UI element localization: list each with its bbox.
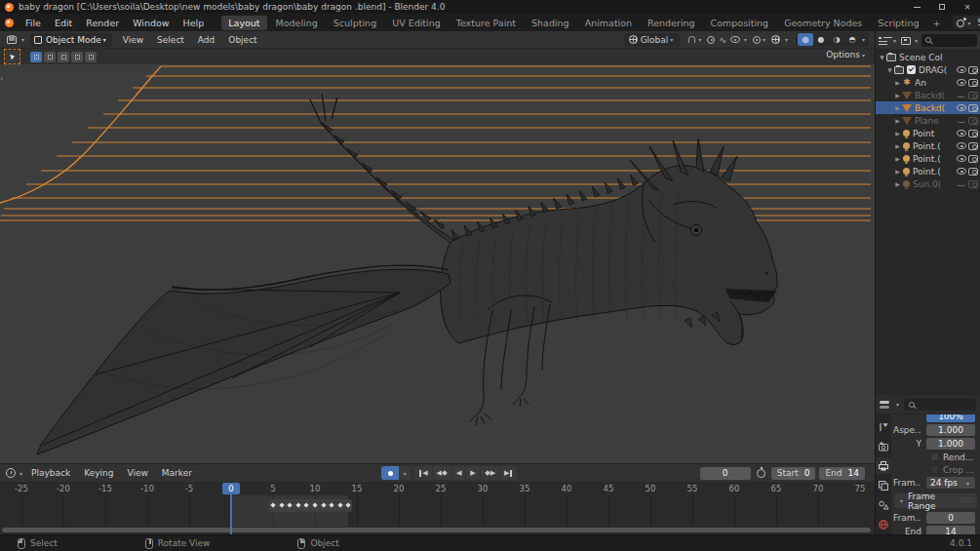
menu-item[interactable]: Render — [79, 18, 126, 28]
workspace-tab[interactable]: Compositing — [704, 16, 776, 30]
disable-in-renders-toggle[interactable] — [968, 92, 978, 99]
filter-icon[interactable] — [900, 36, 911, 45]
disclosure-arrow-icon[interactable]: ▶ — [893, 155, 902, 162]
property-field[interactable]: 24 fps▾ — [926, 477, 975, 489]
blender-menu-button[interactable] — [5, 19, 14, 27]
timeline-scrollbar[interactable] — [2, 528, 871, 532]
outliner-row[interactable]: ▶Sun.0( — [876, 177, 980, 190]
outliner-row[interactable]: ▶Point.( — [876, 139, 980, 152]
current-frame-badge[interactable]: 0 — [222, 483, 240, 494]
menu-item[interactable]: Window — [126, 18, 176, 28]
viewport-3d[interactable]: › — [0, 64, 875, 463]
outliner-row[interactable]: ▼Scene Col — [876, 51, 980, 63]
menu-item[interactable]: Edit — [48, 18, 79, 28]
jump-to-start-button[interactable]: ◀ — [414, 466, 432, 480]
outliner-row[interactable]: ▶Point.( — [876, 165, 980, 177]
menu-item[interactable]: Help — [176, 18, 212, 28]
object-visibility-dropdown[interactable]: ▾ — [730, 36, 749, 43]
play-button[interactable]: ▶ — [466, 466, 480, 480]
sidebar-toggle-arrow[interactable]: › — [0, 74, 3, 83]
viewport-menu-item[interactable]: Select — [150, 35, 191, 45]
hide-in-viewport-toggle[interactable] — [957, 104, 966, 111]
select-intersect-button[interactable] — [85, 52, 97, 62]
shading-material-button[interactable]: ◑ — [829, 33, 844, 46]
select-subtract-button[interactable] — [58, 52, 69, 62]
disable-in-renders-toggle[interactable] — [968, 79, 978, 87]
disclosure-arrow-icon[interactable]: ▶ — [893, 92, 902, 98]
auto-keying-button[interactable]: ▾ — [381, 466, 411, 480]
maximize-button[interactable] — [929, 0, 955, 14]
workspace-tab[interactable]: Animation — [578, 16, 639, 30]
add-workspace-button[interactable]: + — [928, 16, 946, 30]
options-dropdown[interactable]: Options ▾ — [826, 50, 867, 59]
menu-item[interactable]: File — [19, 18, 48, 28]
hide-in-viewport-toggle[interactable] — [957, 168, 966, 175]
disclosure-arrow-icon[interactable]: ▶ — [893, 117, 902, 124]
property-field[interactable]: 1.000 — [926, 424, 975, 436]
falloff-dropdown[interactable]: ∿ — [719, 35, 726, 45]
mode-dropdown[interactable]: Object Mode ▾ — [30, 33, 112, 47]
workspace-tab[interactable]: Geometry Nodes — [777, 16, 869, 30]
outliner-search-input[interactable] — [921, 34, 977, 47]
viewport-canvas[interactable] — [0, 64, 875, 463]
render-properties-tab[interactable] — [876, 438, 891, 454]
checkbox[interactable] — [930, 453, 939, 461]
property-field[interactable]: 1.000 — [926, 438, 975, 450]
outliner-row[interactable]: ▶Backd( — [876, 101, 980, 114]
collection-checkbox[interactable] — [907, 65, 916, 74]
outliner-row[interactable]: ▼DRAG( — [876, 63, 980, 76]
disable-in-renders-toggle[interactable] — [968, 180, 978, 188]
close-button[interactable]: ✕ — [955, 0, 980, 14]
viewport-menu-item[interactable]: View — [116, 35, 150, 45]
outliner-row[interactable]: ▶Backd( — [876, 89, 980, 101]
property-field[interactable]: 0 — [926, 512, 975, 524]
snap-toggle[interactable]: ▾ — [687, 35, 703, 44]
workspace-tab[interactable]: Shading — [525, 16, 576, 30]
play-reverse-button[interactable]: ◀ — [452, 466, 466, 480]
timeline-menu-item[interactable]: Marker — [155, 468, 199, 478]
workspace-tab[interactable]: Layout — [221, 16, 266, 30]
next-keyframe-button[interactable]: ▶ — [481, 466, 500, 480]
property-field[interactable]: 14 — [926, 526, 975, 534]
playhead[interactable] — [230, 494, 232, 534]
workspace-tab[interactable]: UV Editing — [385, 16, 448, 30]
overlays-dropdown[interactable]: ▾ — [771, 35, 790, 44]
transform-orientation-dropdown[interactable]: Global ▾ — [624, 33, 681, 47]
timeline-ruler[interactable]: -25-20-15-10-551015202530354045505560657… — [0, 482, 875, 495]
keying-dropdown[interactable]: ▾ — [399, 466, 411, 480]
timeline-menu-item[interactable]: Playback — [24, 468, 77, 478]
disable-in-renders-toggle[interactable] — [968, 66, 978, 74]
hide-in-viewport-toggle[interactable] — [957, 93, 965, 98]
editor-type-icon[interactable] — [6, 35, 18, 45]
workspace-tab[interactable]: Rendering — [641, 16, 702, 30]
disable-in-renders-toggle[interactable] — [968, 104, 978, 112]
world-properties-tab[interactable] — [876, 516, 891, 532]
shading-wireframe-button[interactable]: ◍ — [798, 33, 813, 46]
tool-properties-tab[interactable] — [876, 418, 891, 435]
display-mode-icon[interactable] — [879, 36, 889, 45]
disable-in-renders-toggle[interactable] — [968, 168, 978, 176]
disable-in-renders-toggle[interactable] — [968, 155, 978, 163]
jump-to-end-button[interactable]: ▶ — [500, 466, 517, 480]
properties-editor-icon[interactable] — [880, 400, 891, 410]
property-field[interactable]: 100% — [926, 414, 975, 422]
disclosure-arrow-icon[interactable]: ▶ — [893, 142, 902, 149]
minimize-button[interactable] — [904, 0, 929, 14]
timeline-menu-item[interactable]: Keying — [77, 468, 120, 478]
select-extend-button[interactable] — [44, 52, 56, 62]
shading-dropdown[interactable]: ▾ — [860, 36, 867, 43]
timeline-track-area[interactable]: -25-20-15-10-551015202530354045505560657… — [0, 482, 875, 534]
previous-keyframe-button[interactable]: ◀ — [433, 466, 452, 480]
disclosure-arrow-icon[interactable]: ▶ — [893, 79, 902, 86]
workspace-tab[interactable]: Modeling — [269, 16, 325, 30]
viewport-menu-item[interactable]: Add — [191, 35, 221, 45]
disable-in-renders-toggle[interactable] — [968, 130, 978, 138]
workspace-tab[interactable]: Texture Paint — [450, 16, 523, 30]
workspace-tab[interactable]: Sculpting — [327, 16, 383, 30]
preview-range-icon[interactable] — [757, 469, 765, 478]
shading-rendered-button[interactable]: ◓ — [844, 33, 860, 46]
viewport-menu-item[interactable]: Object — [221, 35, 263, 45]
disable-in-renders-toggle[interactable] — [968, 117, 978, 125]
outliner-row[interactable]: ▶✱An — [876, 76, 980, 89]
hide-in-viewport-toggle[interactable] — [957, 181, 965, 186]
